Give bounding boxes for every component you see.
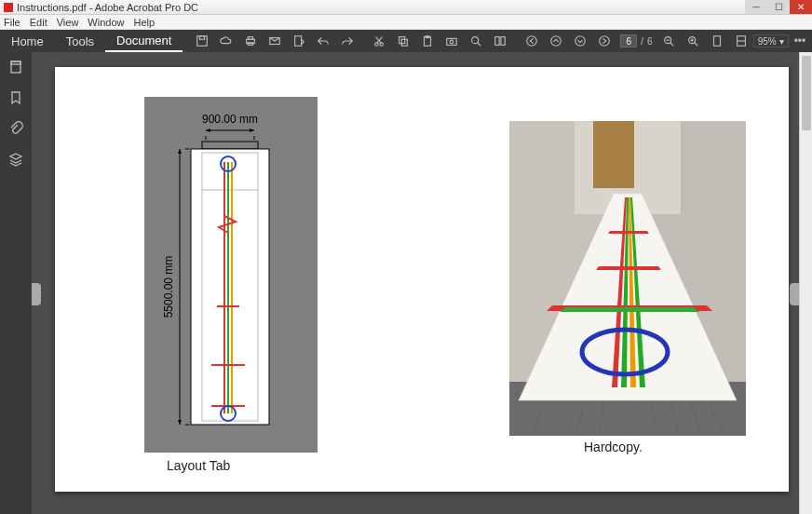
collapse-left-handle[interactable] (32, 283, 41, 305)
fit-width-icon[interactable] (735, 34, 748, 48)
svg-marker-73 (560, 307, 699, 312)
svg-rect-3 (249, 37, 253, 40)
svg-rect-17 (501, 37, 505, 46)
svg-marker-32 (206, 128, 210, 132)
window-minimize-button[interactable]: ─ (745, 0, 767, 14)
layout-caption: Layout Tab (167, 458, 230, 473)
page-down-icon[interactable] (574, 34, 587, 48)
svg-rect-1 (200, 36, 205, 40)
svg-rect-0 (197, 36, 208, 47)
window-title: Instructions.pdf - Adobe Acrobat Pro DC (17, 2, 745, 13)
svg-rect-6 (295, 36, 302, 47)
svg-point-21 (600, 36, 610, 47)
cloud-icon[interactable] (220, 34, 233, 48)
fit-page-icon[interactable] (710, 34, 724, 48)
svg-point-18 (527, 36, 537, 47)
menu-edit[interactable]: Edit (30, 17, 47, 28)
menu-file[interactable]: File (4, 17, 20, 28)
copy-icon[interactable] (397, 34, 410, 48)
print-icon[interactable] (244, 34, 257, 48)
svg-rect-16 (495, 37, 499, 46)
work-area: 900.00 mm 5500.00 mm (0, 52, 812, 514)
menu-window[interactable]: Window (88, 17, 124, 28)
page-up-icon[interactable] (549, 34, 562, 48)
page-total: 6 (647, 36, 653, 47)
zoom-in-icon[interactable] (686, 34, 699, 48)
svg-rect-28 (11, 61, 20, 64)
menu-bar: File Edit View Window Help (0, 15, 812, 30)
layers-icon[interactable] (8, 152, 23, 169)
layout-figure: 900.00 mm 5500.00 mm (144, 97, 318, 453)
page-last-icon[interactable] (598, 34, 611, 48)
page-indicator: / 6 (620, 34, 652, 47)
window-close-button[interactable]: ✕ (790, 0, 812, 14)
snapshot-icon[interactable] (445, 34, 458, 48)
export-icon[interactable] (292, 34, 305, 48)
window-titlebar: Instructions.pdf - Adobe Acrobat Pro DC … (0, 0, 812, 15)
svg-point-15 (472, 37, 479, 44)
hardcopy-caption: Hardcopy. (584, 440, 643, 454)
svg-rect-27 (11, 61, 20, 73)
fit-icon[interactable] (494, 34, 507, 48)
svg-rect-54 (593, 121, 634, 188)
undo-icon[interactable] (317, 34, 330, 48)
svg-rect-39 (202, 142, 258, 149)
svg-point-19 (551, 36, 562, 47)
app-icon (4, 3, 13, 12)
svg-point-20 (575, 36, 586, 47)
cut-icon[interactable] (372, 34, 386, 48)
zoom-select[interactable]: 95% ▾ (753, 34, 789, 47)
window-maximize-button[interactable]: ☐ (767, 0, 790, 14)
svg-point-14 (451, 40, 454, 44)
page-first-icon[interactable] (525, 34, 538, 48)
tab-tools[interactable]: Tools (55, 30, 105, 52)
zoom-value: 95% (758, 36, 777, 47)
bookmark-icon[interactable] (8, 90, 23, 108)
page-sep: / (641, 36, 643, 47)
svg-marker-33 (250, 128, 254, 132)
svg-marker-37 (178, 149, 182, 154)
hardcopy-figure (509, 121, 746, 436)
menu-view[interactable]: View (57, 17, 79, 28)
collapse-right-handle[interactable] (790, 283, 799, 305)
thumbnails-icon[interactable] (8, 60, 23, 77)
paste-icon[interactable] (421, 34, 434, 48)
attachment-icon[interactable] (8, 121, 23, 139)
save-icon[interactable] (196, 34, 209, 48)
left-nav (0, 52, 32, 514)
more-icon[interactable]: ••• (794, 34, 806, 48)
dim-height-text: 5500.00 mm (162, 256, 175, 318)
svg-marker-38 (178, 420, 182, 425)
zoom-out-icon[interactable] (662, 34, 675, 48)
dim-width-text: 900.00 mm (202, 113, 258, 126)
svg-rect-41 (202, 153, 258, 421)
document-viewport[interactable]: 900.00 mm 5500.00 mm (32, 52, 812, 514)
svg-marker-70 (608, 231, 649, 234)
tab-home[interactable]: Home (0, 30, 55, 52)
svg-marker-71 (596, 266, 661, 270)
svg-rect-24 (713, 36, 720, 47)
redo-icon[interactable] (341, 34, 354, 48)
mail-icon[interactable] (268, 34, 281, 48)
document-page: 900.00 mm 5500.00 mm (55, 67, 789, 492)
search-icon[interactable] (469, 34, 482, 48)
chevron-down-icon: ▾ (779, 36, 784, 47)
page-current-input[interactable] (620, 34, 637, 47)
vertical-scrollbar[interactable] (799, 52, 812, 514)
scrollbar-thumb[interactable] (802, 56, 811, 130)
tab-document[interactable]: Document (105, 30, 183, 52)
menu-help[interactable]: Help (133, 17, 155, 28)
svg-rect-13 (447, 38, 457, 45)
toolbar: Home Tools Document / 6 95% ▾ ••• Sign I… (0, 30, 812, 52)
